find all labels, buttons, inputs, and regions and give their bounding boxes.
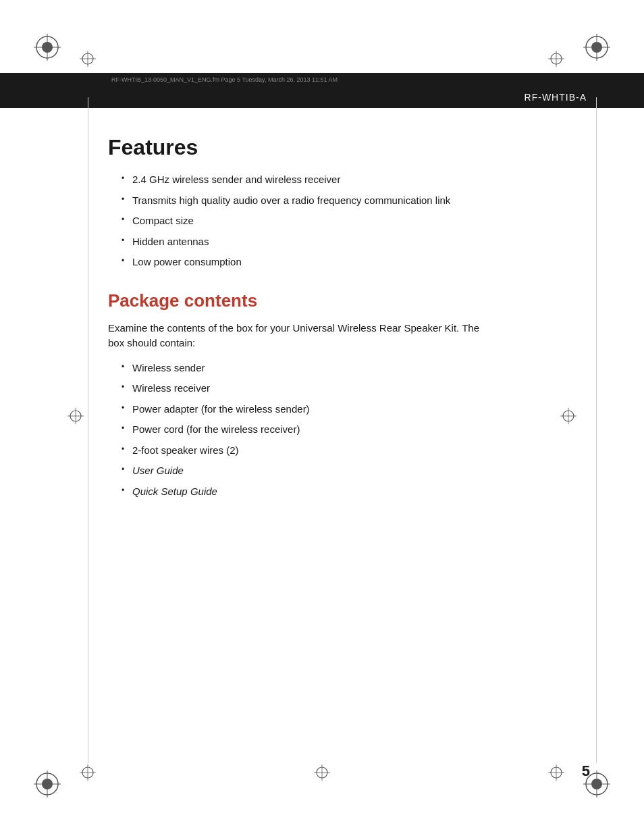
reg-mark-tr-outer (583, 34, 610, 63)
reg-mark-tl-outer (34, 34, 61, 63)
product-id: RF-WHTIB-A (525, 92, 587, 103)
package-item-1: Wireless receiver (122, 381, 590, 396)
main-content: Features 2.4 GHz wireless sender and wir… (108, 108, 590, 753)
package-item-3: Power cord (for the wireless receiver) (122, 422, 590, 438)
header-bar: RF-WHTIB-A (0, 86, 644, 108)
features-list: 2.4 GHz wireless sender and wireless rec… (122, 172, 590, 270)
package-item-0: Wireless sender (122, 361, 590, 376)
reg-mark-tr-inner (548, 51, 564, 70)
package-item-6: Quick Setup Guide (122, 484, 590, 500)
feature-item-5: Low power consumption (122, 255, 590, 270)
reg-mark-ml (68, 408, 84, 427)
file-info-bar: RF-WHTIB_13-0050_MAN_V1_ENG.fm Page 5 Tu… (0, 73, 644, 86)
feature-item-4: Hidden antennas (122, 234, 590, 250)
reg-mark-br-inner (548, 764, 564, 783)
package-item-5: User Guide (122, 463, 590, 479)
reg-mark-tl-inner (80, 51, 96, 70)
document-page: RF-WHTIB_13-0050_MAN_V1_ENG.fm Page 5 Tu… (0, 0, 644, 834)
feature-item-3: Compact size (122, 213, 590, 229)
border-right (595, 97, 597, 763)
package-item-2: Power adapter (for the wireless sender) (122, 402, 590, 417)
package-contents-description: Examine the contents of the box for your… (108, 321, 486, 351)
file-info-text: RF-WHTIB_13-0050_MAN_V1_ENG.fm Page 5 Tu… (111, 76, 338, 83)
reg-mark-bl-outer (34, 771, 61, 800)
feature-item-1: 2.4 GHz wireless sender and wireless rec… (122, 172, 590, 188)
reg-mark-bl-inner (80, 764, 96, 783)
features-title: Features (108, 135, 590, 160)
reg-mark-bc (314, 764, 330, 783)
package-items-list: Wireless sender Wireless receiver Power … (122, 361, 590, 500)
package-contents-title: Package contents (108, 290, 590, 311)
page-number: 5 (582, 762, 590, 780)
border-left (88, 97, 89, 763)
package-item-4: 2-foot speaker wires (2) (122, 443, 590, 459)
feature-item-2: Transmits high quality audio over a radi… (122, 193, 590, 209)
